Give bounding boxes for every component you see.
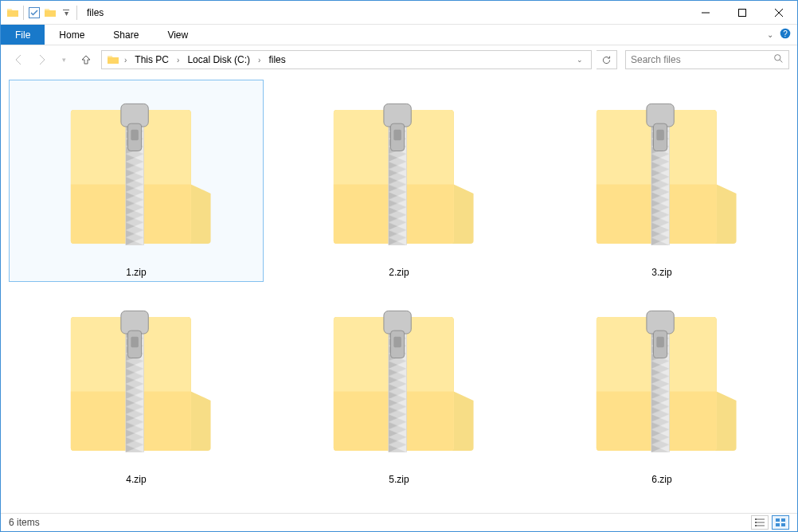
file-name-label: 2.zip (389, 264, 409, 280)
status-item-count: 6 items (9, 517, 40, 528)
minimize-button[interactable] (687, 1, 724, 25)
chevron-right-icon[interactable]: › (255, 51, 264, 68)
window-title: files (87, 7, 104, 18)
file-name-label: 6.zip (651, 471, 671, 487)
svg-rect-38 (781, 523, 785, 526)
file-list-pane[interactable]: 1.zip 2.zip 3.zip (1, 76, 797, 513)
address-history-dropdown-icon[interactable]: ⌄ (570, 51, 589, 68)
file-item[interactable]: 5.zip (272, 287, 526, 489)
svg-rect-1 (739, 10, 746, 17)
tab-share[interactable]: Share (99, 25, 153, 45)
app-folder-icon (6, 3, 20, 22)
svg-rect-9 (131, 130, 139, 140)
qat-folder-icon[interactable] (43, 3, 57, 22)
separator (23, 6, 24, 20)
file-item[interactable]: 3.zip (534, 80, 789, 282)
svg-rect-29 (393, 337, 401, 347)
up-button[interactable] (79, 53, 93, 67)
breadcrumb-segment[interactable]: This PC (130, 51, 174, 68)
svg-rect-36 (781, 518, 785, 522)
separator (76, 6, 77, 20)
recent-locations-dropdown-icon[interactable]: ▾ (57, 53, 71, 67)
breadcrumb-segment[interactable]: Local Disk (C:) (182, 51, 255, 68)
svg-rect-19 (656, 130, 664, 140)
help-icon[interactable]: ? (780, 28, 791, 41)
address-folder-icon (104, 51, 121, 68)
status-bar: 6 items (1, 513, 797, 531)
zip-file-icon (565, 289, 759, 471)
file-item[interactable]: 2.zip (272, 80, 526, 282)
zip-file-icon (565, 82, 759, 264)
chevron-right-icon[interactable]: › (174, 51, 182, 68)
refresh-button[interactable] (597, 50, 617, 69)
qat-customize-dropdown-icon[interactable]: ▾ (59, 3, 73, 22)
zip-file-icon (39, 289, 233, 471)
forward-button[interactable] (34, 53, 49, 67)
file-tab[interactable]: File (1, 25, 45, 45)
address-bar[interactable]: › This PC › Local Disk (C:) › files ⌄ (101, 50, 592, 69)
title-bar: ▾ files (1, 1, 797, 25)
svg-rect-34 (656, 337, 664, 347)
zip-file-icon (302, 82, 496, 264)
close-button[interactable] (761, 1, 797, 25)
file-name-label: 1.zip (126, 264, 146, 280)
breadcrumb-segment[interactable]: files (264, 51, 290, 68)
svg-rect-35 (776, 518, 780, 522)
expand-ribbon-icon[interactable]: ⌄ (767, 30, 773, 39)
large-icons-view-button[interactable] (772, 515, 789, 530)
svg-rect-37 (776, 523, 780, 526)
chevron-right-icon[interactable]: › (121, 51, 130, 68)
file-item[interactable]: 1.zip (9, 80, 264, 282)
maximize-button[interactable] (724, 1, 761, 25)
svg-point-4 (775, 55, 780, 61)
qat-properties-checkbox-icon[interactable] (27, 3, 41, 22)
zip-file-icon (302, 289, 496, 471)
svg-rect-14 (393, 130, 401, 140)
file-item[interactable]: 4.zip (9, 287, 264, 489)
back-button[interactable] (12, 53, 26, 67)
details-view-button[interactable] (751, 515, 769, 530)
file-name-label: 3.zip (651, 264, 671, 280)
navigation-bar: ▾ › This PC › Local Disk (C:) › files ⌄ … (1, 45, 797, 74)
search-placeholder: Search files (631, 54, 773, 65)
file-item[interactable]: 6.zip (534, 287, 789, 489)
zip-file-icon (39, 82, 233, 264)
search-icon (773, 53, 784, 66)
ribbon-tabs: File Home Share View ⌄ ? (1, 25, 797, 45)
file-name-label: 5.zip (389, 471, 409, 487)
svg-rect-24 (131, 337, 139, 347)
tab-home[interactable]: Home (45, 25, 99, 45)
search-input[interactable]: Search files (625, 50, 789, 69)
tab-view[interactable]: View (153, 25, 202, 45)
svg-text:?: ? (783, 29, 788, 38)
file-name-label: 4.zip (126, 471, 146, 487)
